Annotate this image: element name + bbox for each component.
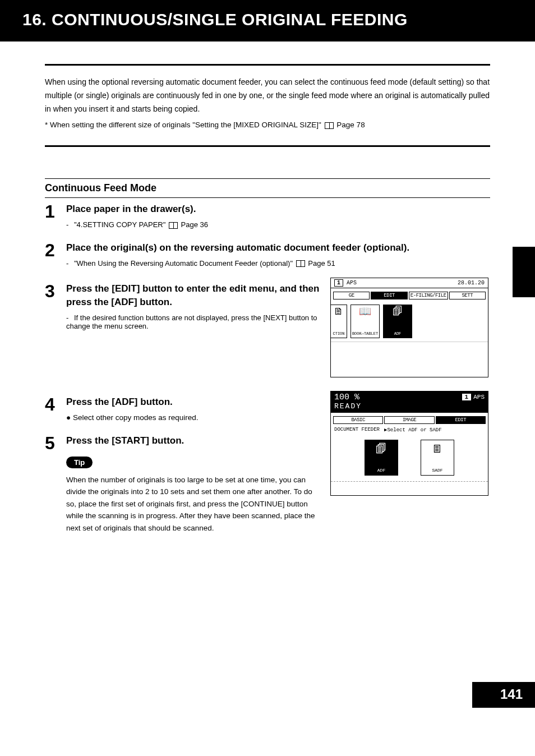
lcd-tab-ge[interactable]: GE [333, 292, 370, 299]
page-number: 141 [472, 682, 535, 708]
step-2: 2 Place the original(s) on the reversing… [45, 241, 490, 275]
step-number: 5 [45, 434, 66, 534]
lcd-screen-edit-menu: 1 APS 28.01.20 GE EDIT E-FILING/FILE SET… [330, 278, 488, 377]
step-3-title: Press the [EDIT] button to enter the edi… [66, 282, 320, 309]
step-2-title: Place the original(s) on the reversing a… [66, 241, 490, 255]
lcd-aps-label: APS [473, 394, 485, 400]
lcd-copy-count: 1 [462, 394, 472, 400]
lcd-btn-adf-mode[interactable]: 🗐 ADF [365, 440, 398, 476]
document-icon: 🗎 [334, 307, 344, 317]
step-2-ref: - "When Using the Reversing Automatic Do… [66, 259, 490, 268]
intro-note: * When setting the different size of ori… [45, 119, 490, 132]
lcd-tab-efiling[interactable]: E-FILING/FILE [409, 292, 448, 299]
adf-icon: 🗐 [376, 442, 387, 456]
lcd-btn-book-tablet[interactable]: 📖 BOOK↔TABLET [350, 305, 380, 338]
book-reference-icon [325, 122, 334, 129]
lcd-zoom: 100 % [334, 393, 359, 402]
page-header: 16. CONTINUOUS/SINGLE ORIGINAL FEEDING [0, 0, 535, 42]
page-title: 16. CONTINUOUS/SINGLE ORIGINAL FEEDING [22, 10, 513, 29]
step-4-bullet: ● Select other copy modes as required. [66, 413, 320, 422]
sadf-icon: 🗏 [432, 442, 443, 456]
step-5-title: Press the [START] button. [66, 434, 320, 448]
lcd-copy-count: 1 [334, 279, 343, 287]
lcd-btn-sadf-mode[interactable]: 🗏 SADF [421, 440, 454, 476]
lcd-aps-label: APS [347, 280, 357, 286]
step-number: 1 [45, 202, 66, 237]
lcd-tab-basic[interactable]: BASIC [333, 416, 383, 424]
book-reference-icon [169, 222, 178, 229]
lcd-screen-adf-select: 100 % 1 APS READY BASIC IMAGE EDIT DOCUM… [330, 391, 488, 496]
step-5: 5 Press the [START] button. Tip When the… [45, 434, 320, 534]
step-1-title: Place paper in the drawer(s). [66, 202, 490, 216]
step-number: 4 [45, 395, 66, 430]
chapter-side-tab [513, 247, 535, 297]
lcd-tab-settings[interactable]: SETT [449, 292, 486, 299]
lcd-tab-edit[interactable]: EDIT [371, 292, 407, 299]
tip-text: When the number of originals is too larg… [66, 474, 320, 534]
lcd-subline-label: DOCUMENT FEEDER [334, 427, 380, 433]
section-title: Continuous Feed Mode [45, 178, 490, 198]
step-1-ref: - "4.SETTING COPY PAPER" Page 36 [66, 220, 490, 229]
intro-block: When using the optional reversing automa… [45, 64, 490, 147]
step-3-note: - If the desired function buttons are no… [66, 314, 320, 330]
lcd-btn-adf[interactable]: 🗐 ADF [383, 305, 412, 338]
lcd-tab-image[interactable]: IMAGE [384, 416, 434, 424]
book-reference-icon [296, 260, 305, 267]
lcd-date: 28.01.20 [458, 280, 485, 286]
adf-icon: 🗐 [393, 307, 403, 317]
lcd-btn-ction[interactable]: 🗎 CTION [331, 305, 347, 338]
lcd-tab-edit[interactable]: EDIT [436, 416, 486, 424]
step-3: 3 Press the [EDIT] button to enter the e… [45, 282, 320, 338]
tip-badge: Tip [66, 457, 93, 468]
step-number: 2 [45, 241, 66, 275]
lcd-ready-status: READY [334, 402, 485, 411]
book-tablet-icon: 📖 [359, 307, 371, 317]
step-4-title: Press the [ADF] button. [66, 395, 320, 409]
step-4: 4 Press the [ADF] button. ● Select other… [45, 395, 320, 430]
step-number: 3 [45, 282, 66, 338]
step-1: 1 Place paper in the drawer(s). - "4.SET… [45, 202, 490, 237]
page-footer: 141 [0, 682, 535, 708]
lcd-subline-prompt: ▶Select ADF or SADF [384, 427, 442, 433]
intro-paragraph: When using the optional reversing automa… [45, 76, 490, 116]
